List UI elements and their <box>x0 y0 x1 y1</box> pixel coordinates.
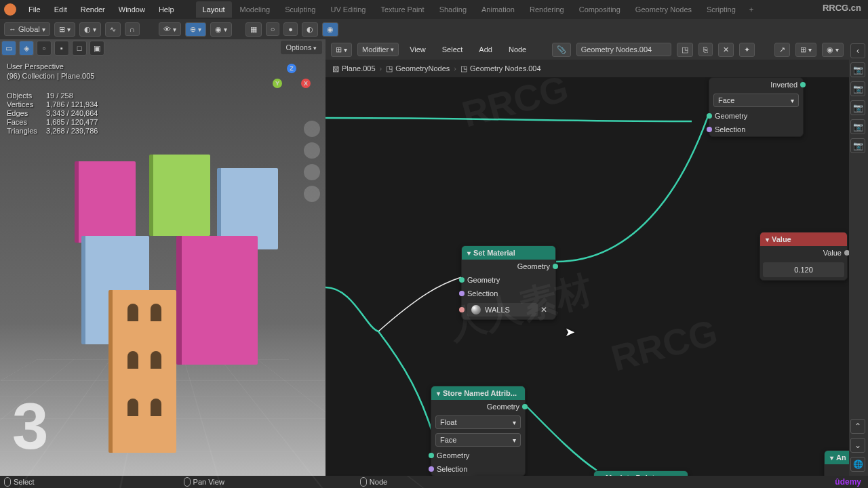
transform-tool-icon[interactable]: ▣ <box>90 41 104 56</box>
pivot-dropdown[interactable]: ∿ <box>105 22 121 37</box>
zoom-icon[interactable] <box>304 121 320 137</box>
visibility-dropdown[interactable]: 👁▾ <box>159 22 181 36</box>
orientation-dropdown[interactable]: ↔Global▾ <box>4 22 50 36</box>
ne-menu-select[interactable]: Select <box>437 43 469 56</box>
crumb-group[interactable]: ◳Geometry Nodes.004 <box>460 64 541 73</box>
mouse-icon <box>4 477 11 487</box>
cursor-tool-icon[interactable]: ◈ <box>19 41 34 56</box>
ne-menu-node[interactable]: Node <box>503 43 532 56</box>
node-inverted-partial[interactable]: Inverted Face▾ Geometry Selection <box>709 77 804 137</box>
shading-rendered[interactable]: ◉ <box>322 22 338 37</box>
tab-compositing[interactable]: Compositing <box>572 1 627 18</box>
globe-icon[interactable]: 🌐 <box>850 457 865 472</box>
tab-rendering[interactable]: Rendering <box>523 1 571 18</box>
value-input[interactable]: 0.120 <box>763 262 844 277</box>
geometry-node-editor[interactable]: ⊞▾ Modifier View Select Add Node 📎 Geome… <box>326 39 849 476</box>
add-workspace-icon[interactable]: + <box>744 1 759 18</box>
workspace-tabs: Layout Modeling Sculpting UV Editing Tex… <box>196 1 760 18</box>
copy-datablock-icon[interactable]: ⎘ <box>698 43 713 56</box>
socket-selection-in: Selection <box>709 123 803 136</box>
camera-icon[interactable]: 📷 <box>850 100 865 115</box>
scene-buildings <box>47 148 278 419</box>
camera-icon[interactable]: 📷 <box>850 138 865 153</box>
camera-icon[interactable]: 📷 <box>850 62 865 77</box>
snap-node-icon[interactable]: ↗ <box>774 43 790 57</box>
arrow-left-icon[interactable]: ‹ <box>850 43 865 58</box>
node-store-named-attribute[interactable]: ▾Store Named Attrib... Geometry Float▾ F… <box>431 386 526 476</box>
snap-dropdown-icon[interactable]: ⊞▾ <box>795 43 816 57</box>
orientation-gizmo[interactable]: Z Y X <box>271 64 312 104</box>
socket-geometry-in: Geometry <box>462 273 555 287</box>
curve-dropdown[interactable]: ∩ <box>125 22 140 36</box>
node-value[interactable]: ▾Value Value 0.120 <box>760 232 848 281</box>
proportional-dropdown[interactable]: ◐▾ <box>79 22 101 37</box>
tab-scripting[interactable]: Scripting <box>700 1 743 18</box>
pin-icon[interactable]: 📎 <box>552 43 571 57</box>
menu-render[interactable]: Render <box>75 3 111 16</box>
shading-wireframe[interactable]: ○ <box>266 22 280 36</box>
ne-menu-add[interactable]: Add <box>473 43 498 56</box>
perspective-icon[interactable] <box>304 186 320 202</box>
axis-z-icon[interactable]: Z <box>287 64 296 73</box>
node-canvas[interactable]: Inverted Face▾ Geometry Selection ▾Set M… <box>326 77 849 476</box>
menu-edit[interactable]: Edit <box>49 3 73 16</box>
chevron-down-icon[interactable]: ▾ <box>437 390 440 397</box>
chevron-up-icon[interactable]: ⌃ <box>850 419 865 434</box>
select-tool-icon[interactable]: ▭ <box>1 41 16 56</box>
shading-solid[interactable]: ● <box>283 22 298 36</box>
socket-geometry-out: Geometry <box>431 400 525 413</box>
tab-layout[interactable]: Layout <box>196 1 232 18</box>
chevron-down-icon[interactable]: ▾ <box>467 249 471 257</box>
snap-dropdown[interactable]: ⊞▾ <box>54 22 75 37</box>
clear-material-icon[interactable]: ✕ <box>538 305 550 314</box>
gizmo-toggle[interactable]: ⊕▾ <box>185 22 206 37</box>
domain-dropdown[interactable]: Face▾ <box>435 433 521 447</box>
tab-shading[interactable]: Shading <box>433 1 473 18</box>
chevron-down-icon[interactable]: ⌄ <box>850 438 865 453</box>
modifier-dropdown[interactable]: Modifier <box>357 43 399 56</box>
menu-help[interactable]: Help <box>153 3 180 16</box>
ne-menu-view[interactable]: View <box>404 43 431 56</box>
crumb-tree[interactable]: ◳GeometryNodes <box>386 64 450 73</box>
chevron-down-icon[interactable]: ▾ <box>766 236 769 243</box>
move-tool-icon[interactable]: ▫ <box>37 41 52 56</box>
context-label: (96) Collection | Plane.005 <box>7 72 94 80</box>
overlays-node-icon[interactable]: ◉▾ <box>822 43 844 57</box>
fake-user-icon[interactable]: ✦ <box>739 43 755 57</box>
scale-tool-icon[interactable]: □ <box>72 41 87 56</box>
overlays-dropdown[interactable]: ◉▾ <box>210 22 232 37</box>
camera-icon[interactable]: 📷 <box>850 81 865 96</box>
viewport-options-dropdown[interactable]: Options <box>281 41 322 54</box>
3d-viewport[interactable]: ▭ ◈ ▫ ▪ □ ▣ Options User Perspective (96… <box>0 39 326 476</box>
pan-icon[interactable] <box>304 142 320 159</box>
tab-animation[interactable]: Animation <box>475 1 521 18</box>
viewport-overlay-text: User Perspective (96) Collection | Plane… <box>7 61 94 81</box>
axis-y-icon[interactable]: Y <box>273 79 282 88</box>
node-set-material[interactable]: ▾Set Material Geometry Geometry Selectio… <box>461 245 556 320</box>
menu-window[interactable]: Window <box>113 3 151 16</box>
browse-datablock-icon[interactable]: ◳ <box>677 43 693 57</box>
tab-modeling[interactable]: Modeling <box>233 1 277 18</box>
tab-uv-editing[interactable]: UV Editing <box>323 1 372 18</box>
blender-logo-icon[interactable] <box>4 3 16 16</box>
xray-toggle[interactable]: ▦ <box>245 22 262 37</box>
socket-material-in[interactable]: WALLS ✕ <box>462 300 555 319</box>
crumb-object[interactable]: ▧Plane.005 <box>332 64 376 73</box>
shading-material[interactable]: ◐ <box>302 22 318 37</box>
node-boolean-partial[interactable]: ▾An And Boole <box>824 450 849 476</box>
menu-file[interactable]: File <box>23 3 46 16</box>
tab-texture-paint[interactable]: Texture Paint <box>374 1 431 18</box>
axis-x-icon[interactable]: X <box>301 79 311 88</box>
camera-icon[interactable]: 📷 <box>850 119 865 134</box>
tab-sculpting[interactable]: Sculpting <box>278 1 322 18</box>
corner-brand: RRCG.cn <box>823 3 861 13</box>
mouse-icon <box>184 477 191 487</box>
tab-geometry-nodes[interactable]: Geometry Nodes <box>629 1 698 18</box>
dtype-dropdown[interactable]: Float▾ <box>435 415 521 429</box>
node-tree-datablock[interactable]: Geometry Nodes.004 <box>576 43 671 56</box>
unlink-datablock-icon[interactable]: ✕ <box>718 43 734 57</box>
camera-icon[interactable] <box>304 164 320 180</box>
rotate-tool-icon[interactable]: ▪ <box>54 41 69 56</box>
editor-type-dropdown[interactable]: ⊞▾ <box>331 43 352 57</box>
node-mesh-to-points[interactable]: ▾Mesh to Points Points Faces▾ <box>593 470 688 476</box>
